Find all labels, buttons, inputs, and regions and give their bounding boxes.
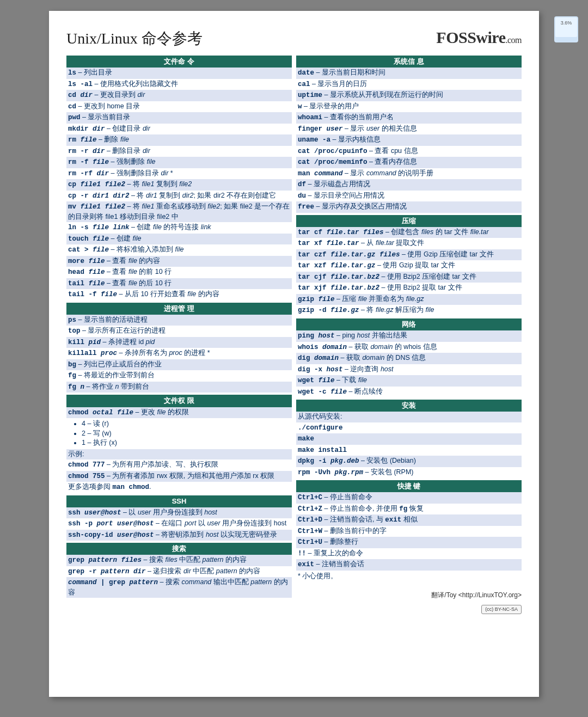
- command-row: grep pattern files – 搜索 files 中匹配 patter…: [66, 555, 292, 566]
- command-row: ping host – ping host 并输出结果: [296, 330, 522, 342]
- command-row: mv file1 file2 – 将 file1 重命名或移动到 file2; …: [66, 201, 292, 222]
- command-row: uptime – 显示系统从开机到现在所运行的时间: [296, 90, 522, 101]
- command-row: dig domain – 获取 domain 的 DNS 信息: [296, 353, 522, 364]
- command-row: rm file – 删除 file: [66, 134, 292, 146]
- credit-line: 翻译/Toy <http://LinuxTOY.org>: [296, 591, 522, 600]
- section-header-perm: 文件权 限: [66, 395, 292, 407]
- section-header-search: 搜索: [66, 543, 292, 555]
- command-row: dpkg -i pkg.deb – 安装包 (Debian): [296, 456, 522, 467]
- command-row: ps – 显示当前的活动进程: [66, 315, 292, 326]
- command-row: rpm -Uvh pkg.rpm – 安装包 (RPM): [296, 467, 522, 479]
- command-row: Ctrl+W – 删除当前行中的字: [296, 526, 522, 537]
- command-row: chmod 777 – 为所有用户添加读、写、执行权限: [66, 459, 292, 471]
- command-row: killall proc – 杀掉所有名为 proc 的进程 *: [66, 348, 292, 359]
- command-row: ls -al – 使用格式化列出隐藏文件: [66, 79, 292, 90]
- command-row: Ctrl+C – 停止当前命令: [296, 492, 522, 504]
- command-row: df – 显示磁盘占用情况: [296, 179, 522, 191]
- command-row: pwd – 显示当前目录: [66, 112, 292, 124]
- more-note: 更多选项参阅 man chmod.: [66, 482, 292, 493]
- command-row: du – 显示目录空间占用情况: [296, 191, 522, 202]
- section-header-install: 安装: [296, 400, 522, 412]
- command-row: date – 显示当前日期和时间: [296, 68, 522, 79]
- left-column: 文件命 令 ls – 列出目录ls -al – 使用格式化列出隐藏文件cd di…: [66, 53, 292, 614]
- command-row: more file – 查看 file 的内容: [66, 256, 292, 267]
- section-header-proc: 进程管 理: [66, 303, 292, 315]
- install-src-label: 从源代码安装:: [296, 412, 522, 422]
- command-row: uname -a – 显示内核信息: [296, 134, 522, 146]
- command-row: tar cjf file.tar.bz2 – 使用 Bzip2 压缩创建 tar…: [296, 272, 522, 283]
- page-title: Unix/Linux 命令参考: [66, 28, 203, 49]
- command-row: cat > file – 将标准输入添加到 file: [66, 244, 292, 256]
- command-row: ls – 列出目录: [66, 68, 292, 79]
- command-row: Ctrl+D – 注销当前会话, 与 exit 相似: [296, 514, 522, 526]
- command-row: finger user – 显示 user 的相关信息: [296, 124, 522, 135]
- section-header-shortcut: 快捷 键: [296, 480, 522, 492]
- document-page: Unix/Linux 命令参考 FOSSwire.com 文件命 令 ls – …: [49, 11, 539, 697]
- command-row: Ctrl+Z – 停止当前命令, 并使用 fg 恢复: [296, 504, 522, 515]
- right-column: 系统信 息 date – 显示当前日期和时间cal – 显示当月的日历uptim…: [296, 53, 522, 614]
- command-row: fg – 将最近的作业带到前台: [66, 370, 292, 382]
- perm-bullets: 4 – 读 (r)2 – 写 (w)1 – 执行 (x): [82, 419, 292, 448]
- command-row: whois domain – 获取 domain 的 whois 信息: [296, 342, 522, 353]
- command-row: rm -f file – 强制删除 file: [66, 157, 292, 168]
- command-row: touch file – 创建 file: [66, 234, 292, 245]
- command-row: cat /proc/cpuinfo – 查看 cpu 信息: [296, 146, 522, 157]
- command-row: tar xjf file.tar.bz2 – 使用 Bzip2 提取 tar 文…: [296, 283, 522, 294]
- command-row: whoami – 查看你的当前用户名: [296, 112, 522, 124]
- command-row: exit – 注销当前会话: [296, 559, 522, 571]
- command-row: ssh user@host – 以 user 用户身份连接到 host: [66, 507, 292, 519]
- command-row: ./configure: [296, 422, 522, 434]
- section-header-file: 文件命 令: [66, 56, 292, 68]
- cc-license: (cc) BY-NC-SA: [296, 604, 522, 614]
- command-row: ssh -p port user@host – 在端口 port 以 user …: [66, 518, 292, 530]
- command-row: man command – 显示 command 的说明手册: [296, 168, 522, 180]
- command-row: kill pid – 杀掉进程 id pid: [66, 337, 292, 348]
- star-note: * 小心使用。: [296, 571, 522, 583]
- section-header-sysinfo: 系统信 息: [296, 56, 522, 68]
- command-row: top – 显示所有正在运行的进程: [66, 326, 292, 337]
- command-row: make install: [296, 445, 522, 456]
- command-row: tar czf file.tar.gz files – 使用 Gzip 压缩创建…: [296, 249, 522, 261]
- command-row: dig -x host – 逆向查询 host: [296, 364, 522, 376]
- command-row: bg – 列出已停止或后台的作业: [66, 359, 292, 371]
- command-row: wget file – 下载 file: [296, 375, 522, 387]
- command-row: cp file1 file2 – 将 file1 复制到 file2: [66, 179, 292, 191]
- command-row: ssh-copy-id user@host – 将密钥添加到 host 以实现无…: [66, 530, 292, 541]
- command-row: !! – 重复上次的命令: [296, 548, 522, 560]
- command-row: chmod octal file – 更改 file 的权限: [66, 407, 292, 419]
- reader-badge: 3.6%: [554, 16, 578, 42]
- command-row: tail -f file – 从后 10 行开始查看 file 的内容: [66, 289, 292, 301]
- example-label: 示例:: [66, 449, 292, 460]
- command-row: mkdir dir – 创建目录 dir: [66, 124, 292, 135]
- command-row: gzip file – 压缩 file 并重命名为 file.gz: [296, 294, 522, 305]
- command-row: rm -rf dir – 强制删除目录 dir *: [66, 168, 292, 180]
- command-row: cd – 更改到 home 目录: [66, 101, 292, 113]
- command-row: tail file – 查看 file 的后 10 行: [66, 278, 292, 290]
- command-row: w – 显示登录的用户: [296, 101, 522, 113]
- section-header-compress: 压缩: [296, 215, 522, 227]
- command-row: command | grep pattern – 搜索 command 输出中匹…: [66, 577, 292, 598]
- command-row: wget -c file – 断点续传: [296, 387, 522, 398]
- command-row: make: [296, 433, 522, 445]
- command-row: fg n – 将作业 n 带到前台: [66, 382, 292, 393]
- section-header-net: 网络: [296, 318, 522, 330]
- command-row: free – 显示内存及交换区占用情况: [296, 201, 522, 213]
- section-header-ssh: SSH: [66, 495, 292, 507]
- command-row: tar xzf file.tar.gz – 使用 Gzip 提取 tar 文件: [296, 260, 522, 272]
- command-row: grep -r pattern dir – 递归搜索 dir 中匹配 patte…: [66, 566, 292, 578]
- command-row: tar cf file.tar files – 创建包含 files 的 tar…: [296, 227, 522, 238]
- command-row: ln -s file link – 创建 file 的符号连接 link: [66, 222, 292, 234]
- command-row: cp -r dir1 dir2 – 将 dir1 复制到 dir2; 如果 di…: [66, 191, 292, 202]
- command-row: head file – 查看 file 的前 10 行: [66, 267, 292, 278]
- command-row: Ctrl+U – 删除整行: [296, 537, 522, 548]
- command-row: cat /proc/meminfo – 查看内存信息: [296, 157, 522, 168]
- command-row: chmod 755 – 为所有者添加 rwx 权限, 为组和其他用户添加 rx …: [66, 471, 292, 482]
- command-row: cal – 显示当月的日历: [296, 79, 522, 90]
- brand-logo: FOSSwire.com: [436, 26, 522, 49]
- command-row: rm -r dir – 删除目录 dir: [66, 146, 292, 157]
- command-row: gzip -d file.gz – 将 file.gz 解压缩为 file: [296, 305, 522, 316]
- command-row: cd dir – 更改目录到 dir: [66, 90, 292, 101]
- command-row: tar xf file.tar – 从 file.tar 提取文件: [296, 238, 522, 249]
